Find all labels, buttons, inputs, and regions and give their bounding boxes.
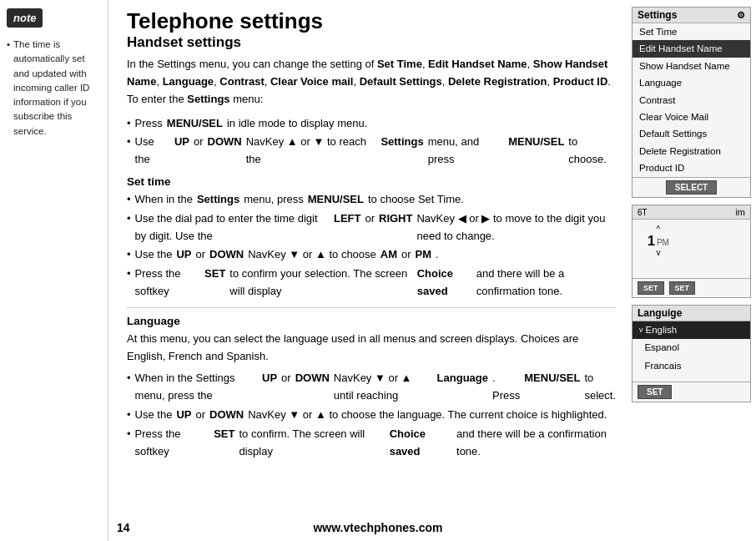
settings-item-default-settings[interactable]: Default Settings — [633, 125, 750, 142]
settime-body: ^ 1 PM v — [633, 220, 750, 278]
settings-item-language[interactable]: Language — [633, 74, 750, 91]
settings-panel-title: Settings — [638, 9, 677, 21]
settime-header-left: 6T — [638, 207, 648, 217]
settime-set-button-left[interactable]: SET — [638, 281, 664, 295]
language-panel-title: Languige — [638, 307, 682, 319]
note-sidebar: note The time is automatically set and u… — [0, 0, 108, 541]
settime-panel: 6T im ^ 1 PM v SET SET — [632, 205, 751, 298]
checkmark-icon: v — [639, 324, 643, 336]
language-title: Language — [127, 315, 616, 327]
settings-item-edit-handset-name[interactable]: Edit Handset Name — [633, 40, 750, 57]
intro-text: In the Settings menu, you can change the… — [127, 56, 616, 108]
set-time-title: Set time — [127, 175, 616, 188]
page-number: 14 — [117, 521, 130, 534]
language-bullets: When in the Settings menu, press the UP … — [127, 370, 616, 460]
settime-suffix: PM — [657, 238, 669, 247]
language-set-button[interactable]: SET — [638, 385, 672, 399]
bullet-item: Use the UP or DOWN NavKey ▲ or ▼ to reac… — [127, 134, 616, 169]
settings-item-show-handset-name[interactable]: Show Handset Name — [633, 58, 750, 74]
language-francais-label: Francais — [639, 361, 682, 371]
settime-header-right: im — [735, 207, 745, 217]
up-arrow-icon[interactable]: ^ — [657, 225, 661, 235]
main-content: Telephone settings Handset settings In t… — [117, 0, 626, 541]
settings-item-delete-registration[interactable]: Delete Registration — [633, 143, 750, 159]
settings-select-button[interactable]: SELECT — [666, 180, 717, 195]
settings-btn-row: SELECT — [633, 177, 750, 197]
bullet-item: Use the dial pad to enter the time digit… — [127, 210, 616, 245]
set-time-bullets: When in the Settings menu, press MENU/SE… — [127, 191, 616, 301]
language-panel-header: Languige — [633, 306, 750, 321]
divider — [127, 307, 616, 308]
intro-bullets: Press MENU/SEL in idle mode to display m… — [127, 115, 616, 169]
settings-item-set-time[interactable]: Set Time — [633, 23, 750, 40]
handset-settings-title: Handset settings — [127, 34, 616, 51]
language-espanol-label: Espanol — [639, 342, 679, 352]
right-panels: Settings ⚙ Set Time Edit Handset Name Sh… — [627, 0, 756, 541]
settime-header: 6T im — [633, 205, 750, 220]
settings-item-clear-voice-mail[interactable]: Clear Voice Mail — [633, 109, 750, 125]
bullet-item: When in the Settings menu, press MENU/SE… — [127, 191, 616, 209]
website-url: www.vtechphones.com — [313, 521, 442, 534]
note-bullet-text: The time is automatically set and update… — [7, 38, 101, 139]
bullet-item: When in the Settings menu, press the UP … — [127, 370, 616, 405]
settime-btn-row: SET SET — [633, 278, 750, 297]
language-english-label: English — [646, 322, 678, 339]
settings-item-contrast[interactable]: Contrast — [633, 92, 750, 109]
settings-panel-header: Settings ⚙ — [633, 8, 750, 23]
settings-panel: Settings ⚙ Set Time Edit Handset Name Sh… — [632, 7, 751, 198]
settime-value: 1 — [648, 235, 655, 248]
language-intro: At this menu, you can select the languag… — [127, 331, 616, 366]
bullet-item: Press MENU/SEL in idle mode to display m… — [127, 115, 616, 133]
note-label: note — [7, 8, 43, 28]
language-panel: Languige v English Espanol Francais SET — [632, 305, 751, 403]
bullet-item: Use the UP or DOWN NavKey ▼ or ▲ to choo… — [127, 407, 616, 424]
settings-icon: ⚙ — [737, 10, 745, 21]
bullet-item: Use the UP or DOWN NavKey ▼ or ▲ to choo… — [127, 246, 616, 264]
bullet-item: Press the softkey SET to confirm your se… — [127, 265, 616, 301]
settime-controls: ^ 1 PM v — [648, 225, 669, 258]
bullet-item: Press the softkey SET to confirm. The sc… — [127, 426, 616, 461]
settime-set-button-right[interactable]: SET — [669, 281, 696, 295]
language-item-english[interactable]: v English — [633, 321, 750, 340]
language-btn-row: SET — [633, 382, 750, 402]
down-arrow-icon[interactable]: v — [656, 248, 660, 258]
settings-item-product-id[interactable]: Product ID — [633, 159, 750, 176]
language-item-francais[interactable]: Francais — [633, 357, 750, 376]
page-title: Telephone settings — [127, 8, 616, 34]
language-item-espanol[interactable]: Espanol — [633, 339, 750, 357]
